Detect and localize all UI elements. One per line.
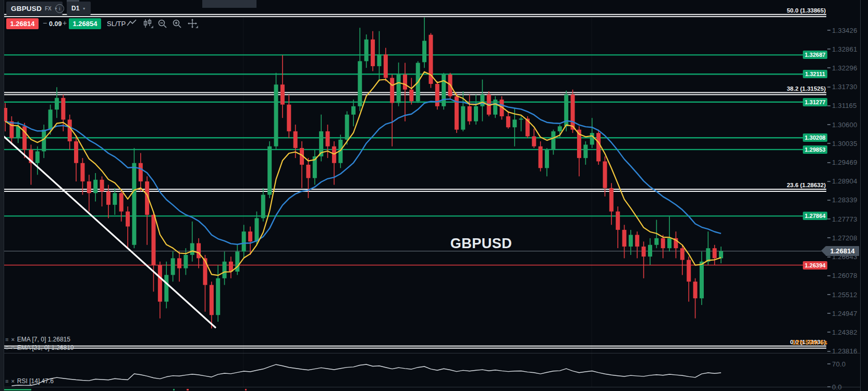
candle-body [223, 262, 227, 278]
plus-icon: + [63, 19, 67, 27]
candle-body [364, 40, 369, 62]
indicator-settings-icon[interactable]: ≡ [5, 345, 8, 350]
spread-decrease-button[interactable]: − [43, 19, 47, 27]
candle-body [468, 106, 472, 121]
indicator-close-icon[interactable]: × [11, 345, 14, 350]
candle-body [306, 165, 310, 178]
candle-body [345, 115, 349, 140]
candle-body [261, 195, 265, 218]
info-icon[interactable]: i [55, 4, 64, 13]
candle-body [609, 188, 614, 212]
candle-body [248, 231, 252, 241]
candle-body [558, 126, 562, 131]
candle-body [474, 106, 478, 121]
candle-body [177, 258, 181, 268]
candle-body [371, 40, 375, 66]
candle-body [519, 119, 523, 120]
candle-body [571, 94, 575, 129]
candle-body [242, 231, 246, 251]
candle-body [551, 131, 555, 150]
candle-body [661, 238, 665, 248]
candle-body [74, 141, 78, 163]
candle-body [648, 245, 652, 256]
candle-body [80, 163, 84, 181]
candle-body [654, 238, 658, 245]
rsi-line [11, 364, 721, 386]
symbol-selector[interactable]: GBPUSD FX ▼ [6, 2, 63, 15]
candle-body [493, 100, 497, 115]
trendline[interactable] [0, 133, 215, 327]
candle-body [667, 238, 671, 248]
zoom-in-icon[interactable] [172, 19, 184, 28]
chevron-down-icon: ▼ [82, 7, 86, 10]
candle-body [384, 55, 388, 78]
pan-move-icon[interactable] [187, 19, 198, 28]
candle-body [16, 126, 20, 138]
spread-increase-button[interactable]: + [63, 19, 67, 27]
timeframe-label: D1 [71, 5, 80, 12]
ema21-line[interactable] [5, 99, 721, 245]
candle-body [9, 121, 14, 138]
candle-body [61, 98, 65, 120]
candle-body [539, 146, 543, 168]
candle-body [100, 180, 104, 191]
candle-body [216, 278, 220, 315]
info-glyph: i [59, 6, 60, 11]
candle-body [719, 251, 723, 259]
candle-body [480, 94, 484, 106]
candle-body [152, 215, 156, 265]
candle-body [409, 90, 413, 101]
candle-body [642, 247, 646, 256]
candle-body [158, 265, 162, 301]
indicator-close-icon[interactable]: × [11, 337, 14, 342]
candle-body [184, 255, 188, 268]
legend-label: EMA [21, 0] 1.26819 [17, 344, 74, 351]
timeframe-selector[interactable]: D1 ▼ [67, 2, 91, 15]
candle-body [545, 150, 549, 168]
clipped-window-tab[interactable] [202, 0, 256, 8]
candle-body [713, 248, 717, 258]
candle-body [596, 133, 601, 161]
legend-row-ema21[interactable]: ≡ × EMA [21, 0] 1.26819 [5, 344, 74, 351]
candle-body [332, 146, 336, 163]
price-chart-canvas[interactable] [0, 0, 868, 391]
indicator-close-icon[interactable]: × [11, 378, 14, 384]
candle-body [622, 230, 627, 247]
left-edge-strip [0, 0, 4, 391]
candle-body [687, 260, 691, 282]
candle-body [616, 212, 620, 230]
candle-body [35, 151, 40, 163]
candle-body [351, 106, 356, 115]
candle-body [358, 61, 362, 106]
candle-body [171, 258, 175, 275]
line-chart-icon[interactable] [126, 19, 138, 28]
sell-button[interactable]: 1.26814 [6, 18, 39, 29]
candle-body [532, 136, 536, 146]
legend-row-rsi[interactable]: ≡ × RSI [14] 47.6 [5, 377, 54, 385]
candle-body [197, 243, 201, 259]
legend-row-ema7[interactable]: ≡ × EMA [7, 0] 1.26815 [5, 336, 70, 343]
candle-body [693, 282, 698, 298]
candle-body [164, 275, 168, 301]
legend-label: RSI [14] 47.6 [17, 377, 54, 385]
sltp-button[interactable]: SL/TP [107, 20, 126, 28]
symbol-label: GBPUSD [11, 5, 42, 13]
indicator-settings-icon[interactable]: ≡ [5, 337, 8, 342]
candle-body [442, 75, 446, 106]
candle-body [68, 119, 72, 141]
candle-body [190, 243, 194, 255]
candle-body [139, 163, 143, 181]
candle-body [603, 162, 607, 188]
candle-body [274, 84, 278, 146]
candle-body [267, 146, 272, 195]
candle-body [280, 84, 285, 104]
candle-body [700, 262, 704, 298]
candles-layer [3, 17, 723, 328]
candle-body [583, 145, 588, 158]
candlestick-style-icon[interactable] [142, 19, 153, 28]
candle-body [93, 180, 97, 193]
buy-button[interactable]: 1.26854 [69, 18, 101, 29]
candle-body [680, 248, 684, 260]
zoom-out-icon[interactable] [157, 19, 169, 28]
indicator-settings-icon[interactable]: ≡ [5, 378, 8, 384]
